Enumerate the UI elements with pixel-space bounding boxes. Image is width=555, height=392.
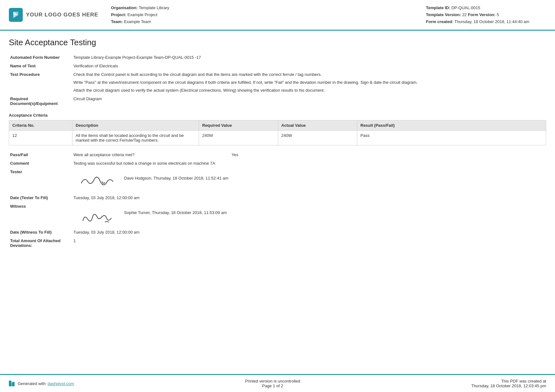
total-deviations-row: Total Amount Of Attached Deviations: 1	[9, 236, 546, 250]
template-id-value: DP-QUAL-0015	[452, 5, 480, 10]
footer-link[interactable]: dashpivot.com	[47, 381, 74, 386]
page-footer: Generated with dashpivot.com Printed ver…	[0, 374, 555, 392]
col-description: Description	[72, 120, 199, 131]
page-header: YOUR LOGO GOES HERE Organisation: Templa…	[0, 0, 555, 31]
template-version-label: Template Version:	[426, 12, 461, 17]
main-content: Site Acceptance Testing Automated Form N…	[0, 31, 555, 257]
tester-label: Tester	[9, 168, 72, 193]
witness-signature-area: Sophie Turner, Thursday, 18 October 2018…	[73, 204, 545, 226]
footer-generated-label: Generated with	[18, 381, 46, 386]
header-meta-right: Template ID: DP-QUAL-0015 Template Versi…	[426, 4, 546, 25]
comment-row: Comment Testing was successful but noted…	[9, 159, 546, 168]
required-docs-label: Required Document(s)/Equipment	[9, 95, 72, 108]
header-meta-center: Organisation: Template Library Project: …	[98, 4, 426, 25]
footer-created-value: Thursday, 18 October 2018, 12:03:45 pm	[471, 383, 546, 388]
cell-criteria-no: 12	[9, 131, 72, 145]
acceptance-criteria-table: Criteria No. Description Required Value …	[9, 120, 546, 145]
pass-fail-value: Yes	[232, 152, 238, 157]
acceptance-criteria-title: Acceptance Criteria	[9, 113, 546, 118]
pass-fail-label: Pass/Fail	[9, 150, 72, 159]
logo-text: YOUR LOGO GOES HERE	[26, 12, 98, 18]
date-tester-label: Date (Tester To Fill)	[9, 193, 72, 202]
cell-actual-value: 240W	[278, 131, 357, 145]
template-id-label: Template ID:	[426, 5, 450, 10]
automated-form-value: Template Library-Example Project-Example…	[72, 53, 546, 62]
date-tester-row: Date (Tester To Fill) Tuesday, 03 July 2…	[9, 193, 546, 202]
table-header-row: Criteria No. Description Required Value …	[9, 120, 546, 131]
date-witness-row: Date (Witness To Fill) Tuesday, 03 July …	[9, 228, 546, 236]
required-docs-value: Circuit Diagram	[72, 95, 546, 108]
form-created-label: Form created:	[426, 19, 453, 24]
team-value: Example Team	[124, 19, 151, 24]
pass-fail-content: Were all acceptance criteria met? Yes	[72, 150, 546, 159]
witness-value: Sophie Turner, Thursday, 18 October 2018…	[124, 204, 227, 215]
bottom-info-table: Pass/Fail Were all acceptance criteria m…	[9, 150, 546, 250]
test-procedure-p1: Check that the Control panel is built ac…	[73, 72, 545, 77]
tester-signature	[73, 169, 121, 192]
footer-created-label: This PDF was created at	[501, 379, 546, 383]
test-procedure-label: Test Procedure	[9, 70, 72, 95]
col-actual-value: Actual Value	[278, 120, 357, 131]
pass-fail-row: Pass/Fail Were all acceptance criteria m…	[9, 150, 546, 159]
name-of-test-row: Name of Test Verification of Electricals	[9, 62, 546, 70]
automated-form-label: Automated Form Number	[9, 53, 72, 62]
witness-content: Sophie Turner, Thursday, 18 October 2018…	[72, 202, 546, 228]
form-version-value: 5	[497, 12, 499, 17]
name-of-test-value: Verification of Electricals	[72, 62, 546, 70]
svg-rect-2	[10, 383, 15, 386]
date-witness-value: Tuesday, 03 July 2018, 12:00:00 am	[72, 228, 546, 236]
tester-value: Dave Hodgson, Thursday, 18 October 2018,…	[124, 169, 228, 181]
table-row: 12 All the items shall be located accord…	[9, 131, 546, 145]
date-witness-label: Date (Witness To Fill)	[9, 228, 72, 236]
logo-icon	[9, 8, 23, 22]
logo-area: YOUR LOGO GOES HERE	[9, 8, 98, 22]
form-version-label: Form Version:	[468, 12, 496, 17]
pass-fail-question: Were all acceptance criteria met?	[73, 152, 134, 157]
total-deviations-value: 1	[72, 236, 546, 250]
test-procedure-p2: Write "Pass" at the valve/instrument /co…	[73, 80, 545, 85]
col-required-value: Required Value	[199, 120, 278, 131]
project-label: Project:	[111, 12, 126, 17]
col-criteria-no: Criteria No.	[9, 120, 72, 131]
project-value: Example Project	[128, 12, 158, 17]
cell-description: All the items shall be located according…	[72, 131, 199, 145]
name-of-test-label: Name of Test	[9, 62, 72, 70]
cell-required-value: 240W	[199, 131, 278, 145]
template-version-value: 22	[462, 12, 467, 17]
footer-right: This PDF was created at Thursday, 18 Oct…	[471, 379, 546, 388]
info-table: Automated Form Number Template Library-E…	[9, 53, 546, 108]
required-docs-row: Required Document(s)/Equipment Circuit D…	[9, 95, 546, 108]
witness-label: Witness	[9, 202, 72, 228]
cell-result: Pass	[357, 131, 546, 145]
comment-label: Comment	[9, 159, 72, 168]
date-tester-value: Tuesday, 03 July 2018, 12:00:00 am	[72, 193, 546, 202]
footer-center: Printed version is uncontrolledPage 1 of…	[245, 379, 300, 388]
comment-value: Testing was successful but noted a chang…	[72, 159, 546, 168]
form-created-value: Thursday, 18 October 2018, 11:44:40 am	[454, 19, 529, 24]
total-deviations-label: Total Amount Of Attached Deviations:	[9, 236, 72, 250]
team-label: Team:	[111, 19, 123, 24]
witness-signature	[73, 204, 121, 226]
page-title: Site Acceptance Testing	[9, 38, 546, 47]
witness-row: Witness Sophie Turner, Thursday, 18 Octo…	[9, 202, 546, 228]
tester-row: Tester Dave Hodgson, Thursday, 18 Octobe…	[9, 168, 546, 193]
automated-form-row: Automated Form Number Template Library-E…	[9, 53, 546, 62]
tester-signature-area: Dave Hodgson, Thursday, 18 October 2018,…	[73, 169, 545, 192]
test-procedure-content: Check that the Control panel is built ac…	[72, 70, 546, 95]
footer-logo-icon	[9, 381, 16, 386]
test-procedure-p3: Attach the circuit diagram used to verif…	[73, 88, 545, 93]
footer-page-info: Printed version is uncontrolledPage 1 of…	[245, 379, 300, 388]
tester-content: Dave Hodgson, Thursday, 18 October 2018,…	[72, 168, 546, 193]
footer-left: Generated with dashpivot.com	[9, 381, 74, 386]
test-procedure-row: Test Procedure Check that the Control pa…	[9, 70, 546, 95]
org-label: Organisation:	[111, 5, 138, 10]
org-value: Template Library	[139, 5, 169, 10]
col-result: Result (Pass/Fail)	[357, 120, 546, 131]
